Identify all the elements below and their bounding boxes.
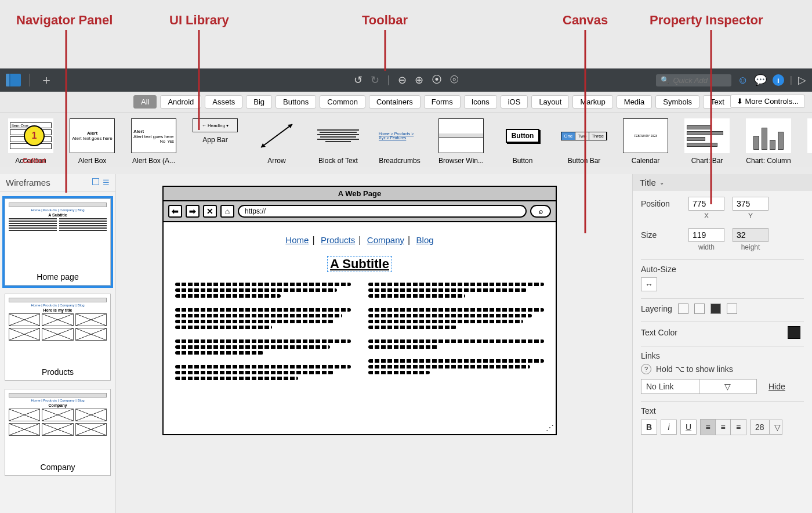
- position-y-input[interactable]: [733, 197, 768, 211]
- filter-pill[interactable]: Buttons: [276, 95, 316, 109]
- workspace: Wireframes ☰ Home | Products | Company |…: [0, 174, 812, 513]
- zoom-actual-icon[interactable]: ⦾: [450, 74, 458, 86]
- lib-item-button[interactable]: Button Button: [500, 118, 545, 165]
- wireframe-thumb-products[interactable]: Home | Products | Company | Blog Here is…: [5, 294, 111, 381]
- library-items: Item One Accordion AlertAlert text goes …: [0, 113, 812, 167]
- url-field[interactable]: https://: [238, 205, 527, 218]
- lib-item-arrow[interactable]: Arrow: [254, 118, 299, 165]
- selected-subtitle-element[interactable]: A Subtitle: [327, 256, 392, 272]
- filter-pill[interactable]: Containers: [369, 95, 420, 109]
- lib-item-callout[interactable]: 1 Callout: [8, 118, 60, 165]
- align-group: ≡ ≡ ≡: [700, 419, 746, 435]
- filter-pill[interactable]: Media: [617, 95, 652, 109]
- navigator-list: Home | Products | Company | Blog A Subti…: [0, 192, 115, 513]
- undo-icon[interactable]: ↺: [354, 74, 362, 86]
- info-icon[interactable]: i: [773, 74, 784, 86]
- zoom-out-icon[interactable]: ⊖: [398, 74, 407, 86]
- panel-toggle-icon[interactable]: [6, 74, 21, 86]
- play-icon[interactable]: ▷: [798, 74, 806, 86]
- filter-pill[interactable]: Layout: [531, 95, 569, 109]
- chevron-down-icon: ⌄: [659, 179, 664, 186]
- bring-forward-icon[interactable]: [678, 304, 688, 314]
- nav-link[interactable]: Products: [321, 235, 355, 245]
- filter-pill[interactable]: Text: [703, 95, 732, 109]
- wireframe-thumb-company[interactable]: Home | Products | Company | Blog Company…: [5, 389, 111, 476]
- bold-button[interactable]: B: [641, 420, 657, 435]
- resize-handle-icon[interactable]: ⋰: [546, 423, 554, 432]
- send-backward-icon[interactable]: [694, 304, 705, 314]
- send-back-icon[interactable]: [727, 304, 737, 314]
- library-filter-row: All Android Assets Big Buttons Common Co…: [0, 92, 812, 113]
- filter-pill[interactable]: All: [133, 95, 157, 109]
- links-section: Links ? Hold ⌥ to show links No Link▽ Hi…: [641, 351, 804, 394]
- size-row: Size width height: [641, 228, 804, 251]
- lib-item-alertbox-android[interactable]: AlertAlert text goes hereNo Yes Alert Bo…: [131, 118, 176, 165]
- help-icon[interactable]: ?: [641, 364, 651, 374]
- filter-pill[interactable]: Icons: [464, 95, 497, 109]
- filter-pill[interactable]: Symbols: [655, 95, 699, 109]
- align-left-button[interactable]: ≡: [701, 420, 716, 435]
- textcolor-section: Text Color: [641, 326, 804, 339]
- lib-item-calendar[interactable]: FEBRUARY 2023 Calendar: [623, 118, 668, 165]
- lib-item-browser[interactable]: Browser Win...: [438, 118, 484, 165]
- lib-item-chartbar[interactable]: Chart: Bar: [684, 118, 730, 165]
- nav-link[interactable]: Company: [367, 235, 404, 245]
- zoom-fit-icon[interactable]: ⦿: [432, 74, 442, 86]
- nav-link[interactable]: Home: [285, 235, 309, 245]
- inspector-title[interactable]: Title⌄: [633, 174, 812, 191]
- layering-section: Layering: [641, 304, 804, 314]
- height-input[interactable]: [733, 228, 768, 242]
- mockup-content: Home| Products| Company| Blog A Subtitle: [164, 222, 556, 394]
- link-target-select[interactable]: No Link▽: [641, 379, 757, 394]
- filter-pill[interactable]: Android: [160, 95, 201, 109]
- bring-front-icon[interactable]: [710, 304, 721, 314]
- filter-pill[interactable]: Forms: [424, 95, 461, 109]
- width-input[interactable]: [688, 228, 724, 242]
- autosize-horizontal-button[interactable]: ↔: [641, 277, 657, 291]
- thumbnail-view-icon[interactable]: [92, 178, 99, 185]
- navigator-title: Wireframes: [6, 178, 50, 187]
- filter-pill[interactable]: Markup: [572, 95, 612, 109]
- nav-link[interactable]: Blog: [416, 235, 434, 245]
- lib-item-blocktext[interactable]: Block of Text: [316, 118, 361, 165]
- filter-pill[interactable]: Common: [320, 95, 365, 109]
- align-center-button[interactable]: ≡: [716, 420, 731, 435]
- quick-add-input[interactable]: [673, 76, 725, 85]
- wireframe-thumb-home[interactable]: Home | Products | Company | Blog A Subti…: [5, 198, 111, 286]
- face-icon[interactable]: ☺: [737, 74, 748, 86]
- app-toolbar: ＋ ↺ ↻ | ⊖ ⊕ ⦿ ⦾ 🔍 ☺ 💬 i | ▷: [0, 68, 812, 92]
- redo-icon[interactable]: ↻: [371, 74, 379, 86]
- position-row: Position X Y: [641, 197, 804, 220]
- autosize-section: Auto-Size ↔: [641, 265, 804, 291]
- filter-pill[interactable]: iOS: [501, 95, 528, 109]
- text-color-swatch[interactable]: [788, 326, 800, 339]
- align-right-button[interactable]: ≡: [731, 420, 746, 435]
- forward-icon[interactable]: ➡: [186, 205, 200, 218]
- browser-mockup[interactable]: A Web Page ⬅ ➡ ✕ ⌂ https:// ⌕ Home| Prod…: [162, 186, 557, 435]
- stop-icon[interactable]: ✕: [203, 205, 217, 218]
- mockup-nav-links: Home| Products| Company| Blog: [175, 235, 544, 245]
- lib-item-alertbox[interactable]: AlertAlert text goes here Alert Box: [70, 118, 115, 165]
- back-icon[interactable]: ⬅: [168, 205, 182, 218]
- filter-pill[interactable]: Big: [246, 95, 272, 109]
- mockup-navbar: ⬅ ➡ ✕ ⌂ https:// ⌕: [164, 201, 556, 222]
- search-button[interactable]: ⌕: [530, 205, 551, 218]
- italic-button[interactable]: i: [661, 420, 677, 435]
- list-view-icon[interactable]: ☰: [103, 178, 110, 187]
- filter-pill[interactable]: Assets: [205, 95, 242, 109]
- more-controls-button[interactable]: ⬇ More Controls...: [730, 95, 805, 108]
- underline-button[interactable]: U: [680, 420, 697, 435]
- hide-link[interactable]: Hide: [768, 382, 785, 391]
- comment-icon[interactable]: 💬: [754, 74, 767, 86]
- add-wireframe-button[interactable]: ＋: [40, 71, 53, 89]
- position-x-input[interactable]: [688, 197, 724, 211]
- lib-item-chartcol[interactable]: Chart: Column: [746, 118, 791, 165]
- quick-add[interactable]: 🔍: [656, 74, 731, 86]
- font-size-select[interactable]: 28▽: [750, 420, 782, 435]
- lib-item-chartline[interactable]: Cha...: [807, 118, 812, 165]
- zoom-in-icon[interactable]: ⊕: [415, 74, 423, 86]
- lib-item-breadcrumbs[interactable]: Home > Products > Xyz > Features Breadcr…: [377, 118, 422, 165]
- mockup-title: A Web Page: [164, 187, 556, 201]
- canvas[interactable]: A Web Page ⬅ ➡ ✕ ⌂ https:// ⌕ Home| Prod…: [116, 174, 632, 513]
- home-icon[interactable]: ⌂: [220, 205, 234, 218]
